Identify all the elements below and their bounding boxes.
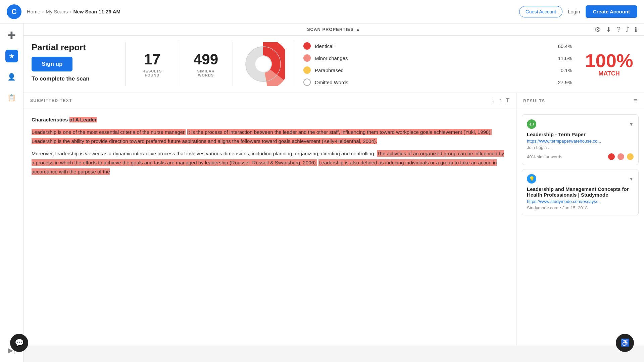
main-content: SCAN PROPERTIES ▲ ⚙ ⬇ ? ⤴ ℹ Partial repo… bbox=[23, 23, 644, 362]
similar-words-label: SIMILAR WORDS bbox=[189, 69, 222, 77]
legend-dot-omitted bbox=[303, 79, 311, 86]
home-link[interactable]: Home bbox=[27, 9, 40, 14]
scan-properties-chevron: ▲ bbox=[356, 27, 360, 32]
share-icon[interactable]: ⤴ bbox=[626, 25, 629, 33]
scan-properties-text: SCAN PROPERTIES bbox=[307, 27, 354, 32]
results-list: 🏷 ▼ Leadership - Term Paper https://www.… bbox=[516, 109, 644, 346]
nav-right: Guest Account Login Create Account bbox=[519, 5, 637, 18]
results-panel: RESULTS ≡ 🏷 ▼ Leadership - Term Paper ht… bbox=[516, 93, 644, 346]
result-2-join: Studymode.com • Jun 15, 2018 bbox=[527, 205, 634, 210]
result-card-1: 🏷 ▼ Leadership - Term Paper https://www.… bbox=[522, 114, 639, 165]
text-p1-s3: Leadership is the ability to provide dir… bbox=[32, 138, 377, 144]
chat-bubble[interactable]: 💬 bbox=[10, 334, 28, 352]
result-1-dot-pink bbox=[617, 153, 624, 160]
result-1-footer: 40% similar words bbox=[527, 153, 634, 160]
result-2-title: Leadership and Management Concepts for H… bbox=[527, 186, 634, 198]
partial-report-title: Partial report bbox=[32, 42, 86, 53]
login-button[interactable]: Login bbox=[568, 9, 580, 14]
result-1-url[interactable]: https://www.termpaperwarehouse.co... bbox=[527, 139, 634, 144]
legend-paraphrased: Paraphrased 0.1% bbox=[303, 66, 572, 74]
text-paragraph-2: Moreover, leadership is viewed as a dyna… bbox=[32, 149, 508, 176]
help-icon[interactable]: ? bbox=[617, 25, 621, 33]
top-nav: C Home › My Scans › New Scan 11:29 AM Gu… bbox=[0, 0, 644, 23]
create-account-button[interactable]: Create Account bbox=[586, 5, 637, 18]
result-1-similar-words: 40% similar words bbox=[527, 154, 605, 159]
legend-label-omitted: Omitted Words bbox=[315, 80, 554, 85]
text-title-rest: of A Leader bbox=[69, 117, 97, 122]
text-title-chars: Characteristics bbox=[32, 117, 68, 122]
download-icon[interactable]: ⬇ bbox=[606, 25, 611, 34]
scan-properties-bar: SCAN PROPERTIES ▲ ⚙ ⬇ ? ⤴ ℹ bbox=[23, 23, 644, 36]
legend-identical: Identical 60.4% bbox=[303, 42, 572, 50]
accessibility-button[interactable]: ♿ bbox=[616, 334, 634, 352]
result-2-source-icon: 💡 bbox=[527, 174, 536, 184]
legend-dot-minor bbox=[303, 54, 311, 62]
text-p1-s1: Leadership is one of the most essential … bbox=[32, 129, 186, 135]
result-card-1-header: 🏷 ▼ bbox=[527, 119, 634, 129]
breadcrumb: Home › My Scans › New Scan 11:29 AM bbox=[27, 9, 120, 14]
sidebar-user[interactable]: 👤 bbox=[5, 70, 18, 83]
legend-pct-minor: 11.6% bbox=[558, 55, 572, 61]
result-2-expand-button[interactable]: ▼ bbox=[629, 176, 634, 182]
result-1-source-icon: 🏷 bbox=[527, 119, 536, 129]
scan-properties-label[interactable]: SCAN PROPERTIES ▲ bbox=[307, 27, 360, 32]
results-header: RESULTS ≡ bbox=[516, 93, 644, 109]
legend-omitted: Omitted Words 27.9% bbox=[303, 79, 572, 86]
legend-label-minor: Minor changes bbox=[315, 55, 554, 61]
result-card-2: 💡 ▼ Leadership and Management Concepts f… bbox=[522, 169, 639, 215]
results-found-number: 17 bbox=[144, 51, 160, 68]
content-area: SUBMITTED TEXT ↓ ↑ T Characteristics of … bbox=[23, 93, 644, 346]
result-1-expand-button[interactable]: ▼ bbox=[629, 121, 634, 127]
sidebar-add-file[interactable]: ➕ bbox=[5, 29, 18, 42]
settings-icon[interactable]: ⚙ bbox=[594, 25, 600, 34]
result-1-join: Join Login ... bbox=[527, 145, 634, 150]
result-1-dot-red bbox=[608, 153, 615, 160]
breadcrumb-chevron1: › bbox=[42, 9, 44, 14]
legend-dot-identical bbox=[303, 42, 311, 50]
submitted-text-content: Characteristics of A Leader Leadership i… bbox=[23, 108, 516, 346]
layout: ➕ ★ 👤 📋 ▶| SCAN PROPERTIES ▲ ⚙ ⬇ ? ⤴ ℹ bbox=[0, 23, 644, 362]
sidebar-document[interactable]: 📋 bbox=[5, 91, 18, 104]
sidebar-star[interactable]: ★ bbox=[5, 50, 18, 62]
legend-box: Identical 60.4% Minor changes 11.6% Para… bbox=[293, 42, 582, 86]
results-found-box: 17 RESULTS FOUND bbox=[126, 42, 179, 86]
legend-minor: Minor changes 11.6% bbox=[303, 54, 572, 62]
report-section: Partial report Sign up To complete the s… bbox=[23, 36, 644, 93]
scan-tools: ⚙ ⬇ ? ⤴ ℹ bbox=[594, 25, 637, 34]
result-card-2-header: 💡 ▼ bbox=[527, 174, 634, 184]
info-icon[interactable]: ℹ bbox=[635, 25, 637, 34]
text-p2-s1: Moreover, leadership is viewed as a dyna… bbox=[32, 151, 376, 156]
current-scan-title: New Scan 11:29 AM bbox=[73, 9, 120, 14]
legend-label-identical: Identical bbox=[315, 43, 554, 49]
scroll-down-icon[interactable]: ↓ bbox=[492, 97, 495, 104]
match-box: 100% MATCH bbox=[582, 42, 636, 86]
submitted-text-header: SUBMITTED TEXT ↓ ↑ T bbox=[23, 93, 516, 108]
result-2-url[interactable]: https://www.studymode.com/essays/... bbox=[527, 199, 634, 204]
font-size-icon[interactable]: T bbox=[506, 97, 509, 104]
filter-icon[interactable]: ≡ bbox=[633, 97, 637, 105]
match-percentage: 100% bbox=[585, 51, 633, 70]
submitted-text-title: SUBMITTED TEXT bbox=[30, 98, 488, 103]
match-label: MATCH bbox=[598, 70, 620, 77]
partial-report-box: Partial report Sign up To complete the s… bbox=[32, 42, 126, 86]
results-title: RESULTS bbox=[523, 99, 633, 103]
svg-point-4 bbox=[255, 56, 271, 72]
breadcrumb-chevron2: › bbox=[70, 9, 71, 14]
complete-scan-text: To complete the scan bbox=[32, 75, 90, 82]
signup-button[interactable]: Sign up bbox=[32, 57, 72, 71]
text-paragraph-1: Leadership is one of the most essential … bbox=[32, 127, 508, 146]
submitted-text-panel: SUBMITTED TEXT ↓ ↑ T Characteristics of … bbox=[23, 93, 516, 346]
scroll-up-icon[interactable]: ↑ bbox=[499, 97, 502, 104]
my-scans-link[interactable]: My Scans bbox=[46, 9, 68, 14]
guest-account-button[interactable]: Guest Account bbox=[519, 6, 562, 17]
pie-chart-box bbox=[233, 42, 293, 86]
result-1-dot-gold bbox=[627, 153, 634, 160]
legend-dot-paraphrased bbox=[303, 66, 311, 74]
text-p1-s2: It is the process of interaction between… bbox=[187, 129, 492, 135]
legend-pct-identical: 60.4% bbox=[558, 43, 572, 49]
legend-pct-omitted: 27.9% bbox=[558, 80, 572, 85]
similar-words-box: 499 SIMILAR WORDS bbox=[179, 42, 233, 86]
pie-chart bbox=[241, 42, 285, 86]
logo: C bbox=[7, 4, 21, 19]
sidebar: ➕ ★ 👤 📋 ▶| bbox=[0, 23, 23, 362]
